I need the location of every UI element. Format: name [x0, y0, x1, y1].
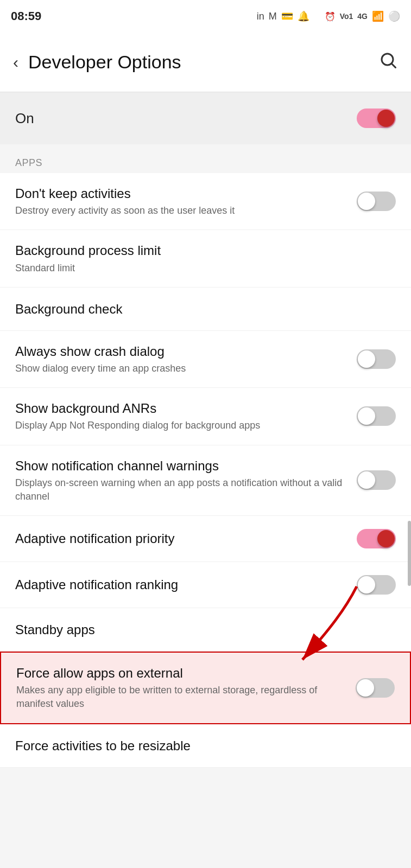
setting-text: Adaptive notification ranking	[15, 576, 357, 593]
volte-icon: Vo1	[340, 12, 353, 21]
setting-text: Force allow apps on external Makes any a…	[16, 665, 356, 711]
setting-text: Show notification channel warnings Displ…	[15, 457, 357, 504]
notification-channel-toggle[interactable]	[357, 469, 396, 491]
force-allow-external-toggle[interactable]	[356, 677, 395, 699]
toggle-thumb	[377, 530, 395, 547]
header: ‹ Developer Options	[0, 33, 411, 92]
setting-title: Background process limit	[15, 242, 385, 259]
setting-subtitle: Displays on-screen warning when an app p…	[15, 476, 346, 503]
setting-title: Standby apps	[15, 621, 385, 638]
setting-subtitle: Standard limit	[15, 261, 385, 275]
svg-line-1	[392, 63, 396, 67]
setting-text: Always show crash dialog Show dialog eve…	[15, 343, 357, 375]
toggle-thumb	[357, 679, 374, 697]
setting-adaptive-notification-ranking[interactable]: Adaptive notification ranking	[0, 562, 411, 608]
toggle-thumb	[358, 576, 375, 593]
on-toggle-thumb	[377, 110, 395, 127]
setting-title: Don't keep activities	[15, 185, 346, 202]
setting-adaptive-notification-priority[interactable]: Adaptive notification priority	[0, 516, 411, 562]
on-row[interactable]: On	[0, 92, 411, 144]
setting-text: Force activities to be resizable	[15, 737, 396, 754]
search-icon[interactable]	[378, 50, 398, 74]
linkedin-icon: in	[257, 11, 264, 22]
header-left: ‹ Developer Options	[13, 52, 181, 73]
status-time: 08:59	[11, 9, 41, 23]
setting-background-check[interactable]: Background check	[0, 288, 411, 331]
setting-subtitle: Destroy every activity as soon as the us…	[15, 204, 346, 218]
setting-background-process-limit[interactable]: Background process limit Standard limit	[0, 230, 411, 287]
setting-title: Adaptive notification ranking	[15, 576, 346, 593]
setting-title: Show background ANRs	[15, 400, 346, 417]
adaptive-ranking-toggle[interactable]	[357, 574, 396, 596]
setting-title: Force activities to be resizable	[15, 737, 385, 754]
setting-always-show-crash-dialog[interactable]: Always show crash dialog Show dialog eve…	[0, 331, 411, 388]
gmail-icon: M	[269, 11, 277, 22]
setting-notification-channel-warnings[interactable]: Show notification channel warnings Displ…	[0, 445, 411, 516]
notification-icon: 🔔	[298, 10, 309, 22]
scrollbar[interactable]	[408, 521, 411, 586]
battery-icon: ⚪	[388, 10, 400, 22]
payment-icon: 💳	[281, 10, 293, 22]
toggle-thumb	[358, 350, 375, 368]
setting-text: Background process limit Standard limit	[15, 242, 396, 275]
page-title: Developer Options	[28, 52, 181, 73]
section-apps: APPS	[0, 146, 411, 173]
back-button[interactable]: ‹	[13, 53, 18, 72]
setting-title: Adaptive notification priority	[15, 530, 346, 547]
status-bar: 08:59 in M 💳 🔔 ⏰ Vo1 4G 📶 ⚪	[0, 0, 411, 33]
setting-text: Show background ANRs Display App Not Res…	[15, 400, 357, 432]
setting-title: Force allow apps on external	[16, 665, 345, 681]
setting-force-activities-resizable[interactable]: Force activities to be resizable	[0, 724, 411, 768]
setting-text: Don't keep activities Destroy every acti…	[15, 185, 357, 218]
setting-title: Show notification channel warnings	[15, 457, 346, 474]
on-label: On	[15, 110, 34, 127]
setting-subtitle: Makes any app eligible to be written to …	[16, 684, 345, 711]
adaptive-priority-toggle[interactable]	[357, 528, 396, 550]
setting-text: Standby apps	[15, 621, 396, 638]
setting-show-background-anrs[interactable]: Show background ANRs Display App Not Res…	[0, 388, 411, 445]
alarm-icon: ⏰	[325, 11, 336, 22]
svg-point-0	[382, 54, 393, 65]
setting-title: Always show crash dialog	[15, 343, 346, 360]
setting-title: Background check	[15, 301, 385, 317]
status-icons: in M 💳 🔔 ⏰ Vo1 4G 📶 ⚪	[257, 10, 400, 22]
background-anrs-toggle[interactable]	[357, 405, 396, 427]
setting-force-allow-apps-external[interactable]: Force allow apps on external Makes any a…	[0, 652, 411, 724]
always-show-crash-toggle[interactable]	[357, 348, 396, 370]
signal-icon: 📶	[372, 10, 384, 22]
setting-text: Background check	[15, 301, 396, 317]
setting-standby-apps[interactable]: Standby apps	[0, 608, 411, 652]
dont-keep-activities-toggle[interactable]	[357, 190, 396, 212]
4g-icon: 4G	[357, 12, 368, 21]
setting-subtitle: Display App Not Responding dialog for ba…	[15, 419, 346, 432]
settings-list: Don't keep activities Destroy every acti…	[0, 173, 411, 724]
on-toggle[interactable]	[357, 107, 396, 129]
setting-dont-keep-activities[interactable]: Don't keep activities Destroy every acti…	[0, 173, 411, 230]
toggle-thumb	[358, 193, 375, 210]
setting-text: Adaptive notification priority	[15, 530, 357, 547]
setting-subtitle: Show dialog every time an app crashes	[15, 362, 346, 375]
